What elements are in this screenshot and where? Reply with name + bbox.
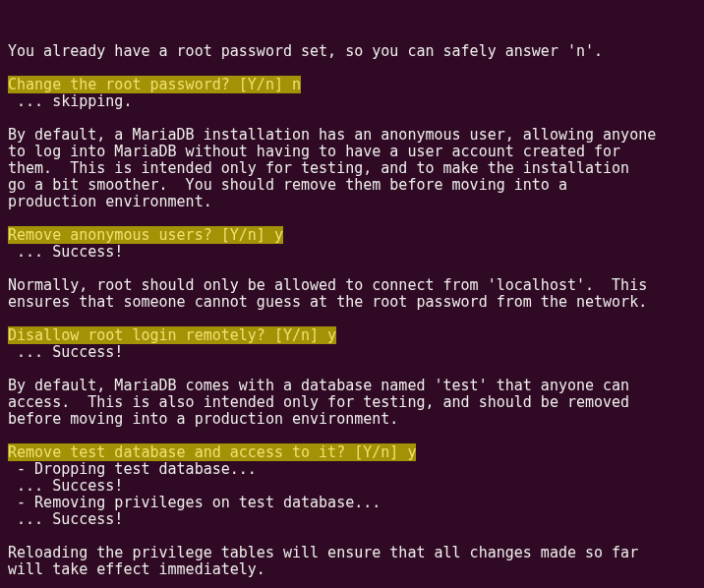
terminal-text: access. This is also intended only for t… <box>8 393 629 411</box>
terminal-text: ... Success! <box>8 510 123 528</box>
terminal-line: go a bit smoother. You should remove the… <box>8 177 696 194</box>
terminal-text: - Removing privileges on test database..… <box>8 494 381 511</box>
terminal-line <box>8 60 696 77</box>
prompt-question: Remove test database and access to it? [… <box>8 443 416 461</box>
terminal-text: You already have a root password set, so… <box>8 42 603 60</box>
prompt-question: Remove anonymous users? [Y/n] y <box>8 226 283 244</box>
terminal-line <box>8 261 696 277</box>
terminal-text: Normally, root should only be allowed to… <box>8 276 647 294</box>
terminal-line <box>8 428 696 444</box>
terminal-line: - Removing privileges on test database..… <box>8 495 696 511</box>
terminal-text: them. This is intended only for testing,… <box>8 159 629 177</box>
terminal-text: ... skipping. <box>8 92 132 110</box>
terminal-line: Disallow root login remotely? [Y/n] y <box>8 327 696 344</box>
terminal-line: before moving into a production environm… <box>8 411 696 428</box>
terminal-line: ... skipping. <box>8 93 696 110</box>
terminal-text: ... Success! <box>8 243 123 261</box>
terminal-text: - Dropping test database... <box>8 460 257 478</box>
terminal-line: By default, MariaDB comes with a databas… <box>8 378 696 394</box>
terminal-text: ... Success! <box>8 343 123 361</box>
terminal-line: ... Success! <box>8 344 696 361</box>
terminal-line: You already have a root password set, so… <box>8 43 696 60</box>
terminal-line: ... Success! <box>8 511 696 528</box>
terminal-line: ensures that someone cannot guess at the… <box>8 294 696 311</box>
terminal-text: ensures that someone cannot guess at the… <box>8 293 647 311</box>
terminal-line <box>8 578 696 588</box>
terminal-line: Normally, root should only be allowed to… <box>8 277 696 294</box>
terminal-text: Reloading the privilege tables will ensu… <box>8 544 638 561</box>
terminal-line: access. This is also intended only for t… <box>8 394 696 411</box>
terminal-line <box>8 110 696 127</box>
terminal-line <box>8 210 696 227</box>
terminal-text: to log into MariaDB without having to ha… <box>8 143 620 160</box>
terminal-line: - Dropping test database... <box>8 461 696 478</box>
terminal-line: Remove test database and access to it? [… <box>8 444 696 461</box>
terminal-text: production environment. <box>8 193 212 210</box>
terminal-text: before moving into a production environm… <box>8 410 398 428</box>
terminal-line: ... Success! <box>8 244 696 261</box>
terminal-line: to log into MariaDB without having to ha… <box>8 144 696 160</box>
terminal-text: By default, MariaDB comes with a databas… <box>8 377 629 394</box>
terminal-text: go a bit smoother. You should remove the… <box>8 176 567 194</box>
terminal-line: them. This is intended only for testing,… <box>8 160 696 177</box>
terminal-line <box>8 361 696 378</box>
terminal-line: By default, a MariaDB installation has a… <box>8 127 696 144</box>
terminal-output[interactable]: You already have a root password set, so… <box>0 0 704 588</box>
terminal-text: ... Success! <box>8 477 123 495</box>
terminal-text: By default, a MariaDB installation has a… <box>8 126 656 144</box>
terminal-line: Change the root password? [Y/n] n <box>8 77 696 93</box>
prompt-question: Change the root password? [Y/n] n <box>8 76 301 93</box>
terminal-line: production environment. <box>8 194 696 210</box>
terminal-line: Reloading the privilege tables will ensu… <box>8 545 696 561</box>
terminal-line: Remove anonymous users? [Y/n] y <box>8 227 696 244</box>
terminal-line <box>8 311 696 327</box>
terminal-line: will take effect immediately. <box>8 561 696 578</box>
terminal-line: ... Success! <box>8 478 696 495</box>
terminal-text: will take effect immediately. <box>8 560 265 578</box>
prompt-question: Disallow root login remotely? [Y/n] y <box>8 326 336 344</box>
terminal-line <box>8 528 696 545</box>
